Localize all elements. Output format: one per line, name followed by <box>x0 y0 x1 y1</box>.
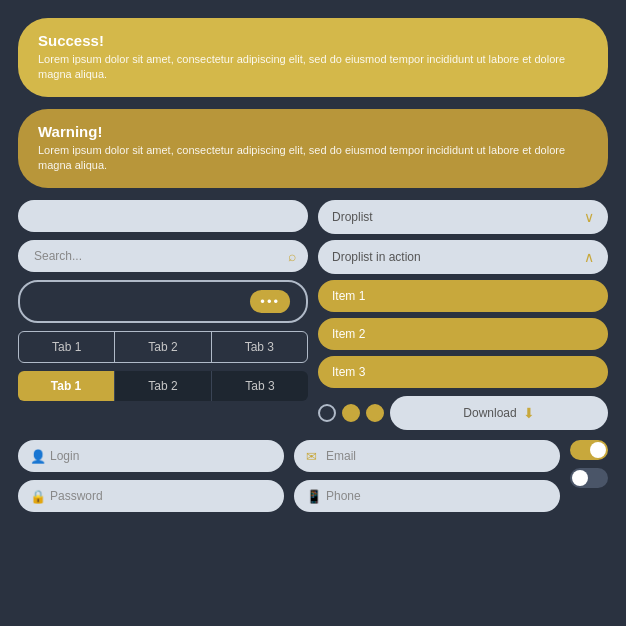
search-wrapper: ⌕ <box>18 240 308 272</box>
tab-group-1: Tab 1 Tab 2 Tab 3 <box>18 331 308 363</box>
search-input[interactable] <box>18 240 308 272</box>
droplist-button[interactable]: Droplist ∨ <box>318 200 608 234</box>
tab-1-item-3[interactable]: Tab 3 <box>212 332 307 362</box>
download-label: Download <box>463 406 516 420</box>
right-column: Droplist ∨ Droplist in action ∧ Item 1 I… <box>318 200 608 430</box>
user-icon: 👤 <box>30 448 46 463</box>
radio-2[interactable] <box>342 404 360 422</box>
tab-1-item-2[interactable]: Tab 2 <box>115 332 211 362</box>
main-grid: ⌕ ••• Tab 1 Tab 2 Tab 3 Tab 1 Tab 2 Tab … <box>18 200 608 430</box>
tab-2-item-1[interactable]: Tab 1 <box>18 371 115 401</box>
download-button[interactable]: Download ⬇ <box>390 396 608 430</box>
email-input[interactable] <box>294 440 560 472</box>
tab-group-2: Tab 1 Tab 2 Tab 3 <box>18 371 308 401</box>
dots-input: ••• <box>18 280 308 323</box>
login-wrapper: 👤 <box>18 440 284 472</box>
chevron-up-icon: ∧ <box>584 249 594 265</box>
warning-title: Warning! <box>38 123 588 140</box>
left-column: ⌕ ••• Tab 1 Tab 2 Tab 3 Tab 1 Tab 2 Tab … <box>18 200 308 430</box>
dropdown-item-3[interactable]: Item 3 <box>318 356 608 388</box>
password-input[interactable] <box>18 480 284 512</box>
toggle-2[interactable] <box>570 468 608 488</box>
droplist-label: Droplist <box>332 210 373 224</box>
bottom-grid: 👤 🔒 ✉ 📱 <box>18 440 608 512</box>
phone-wrapper: 📱 <box>294 480 560 512</box>
toggle-2-knob <box>572 470 588 486</box>
success-body: Lorem ipsum dolor sit amet, consectetur … <box>38 52 588 83</box>
radio-3[interactable] <box>366 404 384 422</box>
lock-icon: 🔒 <box>30 488 46 503</box>
download-arrow-icon: ⬇ <box>523 405 535 421</box>
tab-1-item-1[interactable]: Tab 1 <box>19 332 115 362</box>
chevron-down-icon: ∨ <box>584 209 594 225</box>
login-col: 👤 🔒 <box>18 440 284 512</box>
toggle-1[interactable] <box>570 440 608 460</box>
tab-2-item-3[interactable]: Tab 3 <box>212 371 308 401</box>
success-alert: Success! Lorem ipsum dolor sit amet, con… <box>18 18 608 97</box>
droplist-open-label: Droplist in action <box>332 250 421 264</box>
contact-col: ✉ 📱 <box>294 440 560 512</box>
login-input[interactable] <box>18 440 284 472</box>
toggle-1-knob <box>590 442 606 458</box>
download-row: Download ⬇ <box>318 396 608 430</box>
dropdown-item-2[interactable]: Item 2 <box>318 318 608 350</box>
success-title: Success! <box>38 32 588 49</box>
phone-input[interactable] <box>294 480 560 512</box>
text-input[interactable] <box>18 200 308 232</box>
phone-icon: 📱 <box>306 488 322 503</box>
dots-button[interactable]: ••• <box>250 290 290 313</box>
radio-1[interactable] <box>318 404 336 422</box>
toggle-col <box>570 440 608 488</box>
password-wrapper: 🔒 <box>18 480 284 512</box>
droplist-open-button[interactable]: Droplist in action ∧ <box>318 240 608 274</box>
tab-2-item-2[interactable]: Tab 2 <box>115 371 212 401</box>
dropdown-item-1[interactable]: Item 1 <box>318 280 608 312</box>
warning-body: Lorem ipsum dolor sit amet, consectetur … <box>38 143 588 174</box>
email-icon: ✉ <box>306 448 317 463</box>
email-wrapper: ✉ <box>294 440 560 472</box>
warning-alert: Warning! Lorem ipsum dolor sit amet, con… <box>18 109 608 188</box>
